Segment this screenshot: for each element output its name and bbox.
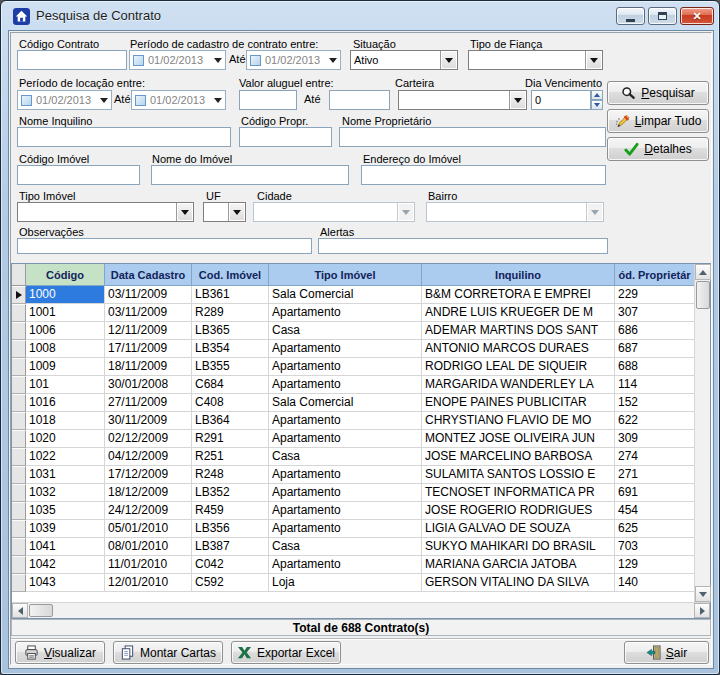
grid-row[interactable]: 10130/01/2008C684ApartamentoMARGARIDA WA…: [12, 376, 694, 394]
row-indicator[interactable]: [12, 484, 26, 502]
grid-cell[interactable]: C684: [192, 376, 269, 394]
grid-cell[interactable]: 1009: [26, 358, 105, 376]
column-header-inquilino[interactable]: Inquilino: [422, 264, 615, 286]
chevron-down-icon[interactable]: [214, 58, 222, 63]
column-header-cod-proprietario[interactable]: ód. Proprietár: [615, 264, 694, 286]
chevron-down-icon[interactable]: [228, 203, 245, 221]
scroll-up-button[interactable]: [695, 264, 711, 280]
grid-cell[interactable]: LB355: [192, 358, 269, 376]
grid-cell[interactable]: 1018: [26, 412, 105, 430]
column-header-data-cadastro[interactable]: Data Cadastro: [105, 264, 192, 286]
grid-row[interactable]: 100103/11/2009R289ApartamentoANDRE LUIS …: [12, 304, 694, 322]
grid-cell[interactable]: 140: [615, 574, 694, 592]
grid-cell[interactable]: 101: [26, 376, 105, 394]
grid-row[interactable]: 102002/12/2009R291ApartamentoMONTEZ JOSE…: [12, 430, 694, 448]
date-checkbox-icon[interactable]: [250, 55, 261, 66]
grid-cell[interactable]: 08/01/2010: [105, 538, 192, 556]
row-indicator[interactable]: [12, 412, 26, 430]
grid-cell[interactable]: JOSE ROGERIO RODRIGUES: [422, 502, 615, 520]
codigo-contrato-input[interactable]: [17, 50, 127, 70]
row-indicator[interactable]: [12, 430, 26, 448]
chevron-down-icon[interactable]: [329, 58, 337, 63]
row-indicator[interactable]: [12, 502, 26, 520]
row-indicator[interactable]: [12, 448, 26, 466]
grid-cell[interactable]: R289: [192, 304, 269, 322]
grid-row[interactable]: 103524/12/2009R459ApartamentoJOSE ROGERI…: [12, 502, 694, 520]
row-indicator[interactable]: [12, 574, 26, 592]
vertical-scroll-thumb[interactable]: [696, 281, 710, 309]
grid-cell[interactable]: Casa: [269, 538, 422, 556]
grid-row[interactable]: 104108/01/2010LB387CasaSUKYO MAHIKARI DO…: [12, 538, 694, 556]
grid-cell[interactable]: 17/12/2009: [105, 466, 192, 484]
grid-cell[interactable]: 1000: [26, 286, 105, 304]
grid-cell[interactable]: Apartamento: [269, 376, 422, 394]
dia-vencimento-input[interactable]: [531, 90, 591, 110]
grid-cell[interactable]: R459: [192, 502, 269, 520]
grid-cell[interactable]: Sala Comercial: [269, 394, 422, 412]
grid-cell[interactable]: ENOPE PAINES PUBLICITAR: [422, 394, 615, 412]
grid-cell[interactable]: R291: [192, 430, 269, 448]
grid-cell[interactable]: 1016: [26, 394, 105, 412]
visualizar-button[interactable]: Visualizar: [15, 641, 105, 664]
grid-row[interactable]: 100918/11/2009LB355ApartamentoRODRIGO LE…: [12, 358, 694, 376]
grid-cell[interactable]: RODRIGO LEAL DE SIQUEIR: [422, 358, 615, 376]
grid-cell[interactable]: LB387: [192, 538, 269, 556]
grid-cell[interactable]: 30/01/2008: [105, 376, 192, 394]
scroll-down-button[interactable]: [695, 586, 711, 602]
grid-cell[interactable]: Loja: [269, 574, 422, 592]
grid-cell[interactable]: ANDRE LUIS KRUEGER DE M: [422, 304, 615, 322]
grid-cell[interactable]: 1039: [26, 520, 105, 538]
grid-cell[interactable]: Apartamento: [269, 412, 422, 430]
tipo-imovel-select[interactable]: [17, 202, 194, 222]
grid-cell[interactable]: 12/11/2009: [105, 322, 192, 340]
grid-cell[interactable]: C408: [192, 394, 269, 412]
grid-row[interactable]: 100003/11/2009LB361Sala ComercialB&M COR…: [12, 286, 694, 304]
grid-cell[interactable]: MARGARIDA WANDERLEY LA: [422, 376, 615, 394]
row-indicator[interactable]: [12, 556, 26, 574]
grid-cell[interactable]: 1001: [26, 304, 105, 322]
grid-cell[interactable]: 1035: [26, 502, 105, 520]
grid-cell[interactable]: 04/12/2009: [105, 448, 192, 466]
grid-cell[interactable]: LB365: [192, 322, 269, 340]
grid-cell[interactable]: MONTEZ JOSE OLIVEIRA JUN: [422, 430, 615, 448]
grid-cell[interactable]: CHRYSTIANO FLAVIO DE MO: [422, 412, 615, 430]
minimize-button[interactable]: [616, 7, 645, 25]
grid-cell[interactable]: 1031: [26, 466, 105, 484]
spinner-down-icon[interactable]: [591, 100, 603, 110]
row-indicator[interactable]: [12, 466, 26, 484]
endereco-imovel-input[interactable]: [361, 165, 606, 185]
sair-button[interactable]: Sair: [624, 641, 709, 664]
maximize-button[interactable]: [648, 7, 677, 25]
chevron-down-icon[interactable]: [509, 91, 526, 109]
grid-cell[interactable]: Apartamento: [269, 340, 422, 358]
column-header-codigo[interactable]: Código: [26, 264, 105, 286]
grid-cell[interactable]: Apartamento: [269, 466, 422, 484]
grid-row[interactable]: 103117/12/2009R248ApartamentoSULAMITA SA…: [12, 466, 694, 484]
grid-cell[interactable]: Casa: [269, 322, 422, 340]
grid-cell[interactable]: LB364: [192, 412, 269, 430]
grid-cell[interactable]: 12/01/2010: [105, 574, 192, 592]
grid-cell[interactable]: 274: [615, 448, 694, 466]
grid-cell[interactable]: 30/11/2009: [105, 412, 192, 430]
grid-cell[interactable]: 03/11/2009: [105, 286, 192, 304]
grid-cell[interactable]: 625: [615, 520, 694, 538]
grid-cell[interactable]: 18/11/2009: [105, 358, 192, 376]
date-checkbox-icon[interactable]: [133, 55, 144, 66]
periodo-cadastro-from-datepicker[interactable]: 01/02/2013: [129, 50, 226, 70]
grid-cell[interactable]: SULAMITA SANTOS LOSSIO E: [422, 466, 615, 484]
grid-cell[interactable]: Casa: [269, 448, 422, 466]
grid-cell[interactable]: SUKYO MAHIKARI DO BRASIL: [422, 538, 615, 556]
grid-cell[interactable]: 1008: [26, 340, 105, 358]
row-indicator[interactable]: [12, 304, 26, 322]
chevron-down-icon[interactable]: [585, 51, 602, 69]
grid-row[interactable]: 102204/12/2009R251CasaJOSE MARCELINO BAR…: [12, 448, 694, 466]
grid-cell[interactable]: 686: [615, 322, 694, 340]
codigo-propr-input[interactable]: [239, 127, 332, 147]
grid-cell[interactable]: LB361: [192, 286, 269, 304]
grid-cell[interactable]: 17/11/2009: [105, 340, 192, 358]
row-indicator[interactable]: [12, 394, 26, 412]
grid-cell[interactable]: 1006: [26, 322, 105, 340]
grid-row[interactable]: 100817/11/2009LB354ApartamentoANTONIO MA…: [12, 340, 694, 358]
carteira-select[interactable]: [398, 90, 527, 110]
nome-proprietario-input[interactable]: [339, 127, 606, 147]
